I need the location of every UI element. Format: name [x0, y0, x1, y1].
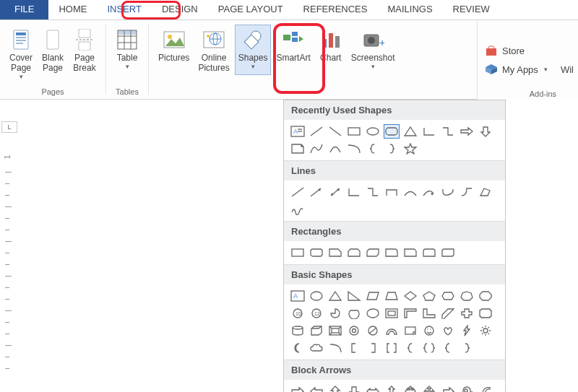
basic-lbracket[interactable]: [346, 341, 362, 355]
basic-decagon[interactable]: 10: [290, 306, 306, 321]
basic-frame[interactable]: [384, 306, 400, 321]
basic-half-frame[interactable]: [402, 306, 418, 321]
tab-design[interactable]: DESIGN: [152, 0, 208, 19]
basic-cross[interactable]: [459, 306, 475, 321]
basic-pie[interactable]: [327, 306, 343, 321]
rect-snip-diag[interactable]: [365, 245, 381, 260]
basic-octagon[interactable]: [478, 289, 493, 303]
line-curve[interactable]: [402, 185, 418, 199]
basic-right-triangle[interactable]: [346, 289, 362, 303]
table-button[interactable]: Table ▾: [112, 25, 142, 72]
basic-lbrace[interactable]: [440, 341, 456, 355]
basic-cloud[interactable]: [309, 341, 324, 355]
shape-triangle[interactable]: [402, 124, 418, 139]
tab-review[interactable]: REVIEW: [443, 0, 500, 19]
shape-right-arrow[interactable]: [459, 124, 475, 139]
wiki-label[interactable]: Wil: [561, 64, 574, 75]
line-double-arrow[interactable]: [327, 185, 343, 199]
basic-plaque[interactable]: [478, 306, 493, 321]
basic-chord[interactable]: [346, 306, 362, 321]
basic-moon[interactable]: [290, 341, 306, 355]
basic-sun[interactable]: [478, 323, 493, 338]
shape-line[interactable]: [309, 124, 324, 139]
tab-references[interactable]: REFERENCES: [293, 0, 378, 19]
basic-dblbrace[interactable]: [421, 341, 437, 355]
line-curved-arrow[interactable]: [421, 185, 437, 199]
basic-pentagon[interactable]: [421, 289, 437, 303]
screenshot-button[interactable]: + Screenshot ▾: [348, 25, 399, 75]
arrow-bent[interactable]: [440, 384, 456, 392]
rect-snip-same[interactable]: [346, 245, 362, 260]
tab-home[interactable]: HOME: [48, 0, 97, 19]
line-elbow-arrow[interactable]: [365, 185, 381, 199]
basic-lbrace2[interactable]: [402, 341, 418, 355]
line-straight[interactable]: [290, 185, 306, 199]
basic-lightning[interactable]: [459, 323, 475, 338]
basic-donut[interactable]: [346, 323, 362, 338]
arrow-down[interactable]: [346, 384, 362, 392]
basic-l-shape[interactable]: [421, 306, 437, 321]
blank-page-button[interactable]: BlankPage: [38, 25, 68, 82]
basic-rbrace[interactable]: [459, 341, 475, 355]
basic-diag-stripe[interactable]: [440, 306, 456, 321]
basic-folded[interactable]: [402, 323, 418, 338]
line-scribble[interactable]: [290, 202, 306, 217]
rect-round-same[interactable]: [421, 245, 437, 260]
rect-round-single[interactable]: [402, 245, 418, 260]
basic-teardrop[interactable]: [365, 306, 381, 321]
basic-parallelogram[interactable]: [365, 289, 381, 303]
ruler-corner[interactable]: L: [1, 121, 17, 133]
rect-plain[interactable]: [290, 245, 306, 260]
basic-diamond[interactable]: [402, 289, 418, 303]
basic-textbox[interactable]: A: [290, 289, 306, 303]
myapps-button[interactable]: My Apps▾ Wil: [485, 64, 578, 75]
shape-elbow-connector[interactable]: [440, 124, 456, 139]
shape-curve[interactable]: [309, 141, 324, 156]
pictures-button[interactable]: Pictures: [155, 25, 193, 75]
basic-arc2[interactable]: [327, 341, 343, 355]
rect-round-diag[interactable]: [440, 245, 456, 260]
basic-rbracket[interactable]: [365, 341, 381, 355]
shape-rectangle[interactable]: [346, 124, 362, 139]
shape-left-brace[interactable]: [365, 141, 381, 156]
arrow-right[interactable]: [290, 384, 306, 392]
arrow-updown[interactable]: [384, 384, 400, 392]
line-elbow-double[interactable]: [384, 185, 400, 199]
line-connect1[interactable]: [459, 185, 475, 199]
arrow-leftright[interactable]: [365, 384, 381, 392]
basic-block-arc[interactable]: [384, 323, 400, 338]
cover-page-button[interactable]: CoverPage ▾: [6, 25, 36, 82]
shape-right-brace[interactable]: [384, 141, 400, 156]
line-freeform[interactable]: [478, 185, 493, 199]
arrow-left[interactable]: [309, 384, 324, 392]
shape-line2[interactable]: [327, 124, 343, 139]
basic-dblbracket[interactable]: [384, 341, 400, 355]
rect-snip-round[interactable]: [384, 245, 400, 260]
basic-bevel[interactable]: [327, 323, 343, 338]
tab-page-layout[interactable]: PAGE LAYOUT: [208, 0, 293, 19]
shape-textbox[interactable]: A: [290, 124, 306, 139]
chart-button[interactable]: Chart: [316, 25, 346, 75]
basic-smiley[interactable]: [421, 323, 437, 338]
online-pictures-button[interactable]: OnlinePictures: [194, 25, 233, 75]
shape-star[interactable]: [402, 141, 418, 156]
arrow-curved-left[interactable]: [478, 384, 493, 392]
shape-arc2[interactable]: [346, 141, 362, 156]
store-button[interactable]: Store: [485, 45, 578, 56]
line-curved-double[interactable]: [440, 185, 456, 199]
rect-rounded[interactable]: [309, 245, 324, 260]
smartart-button[interactable]: SmartArt: [272, 25, 314, 75]
basic-heptagon[interactable]: [459, 289, 475, 303]
basic-oval[interactable]: [309, 289, 324, 303]
shape-arc[interactable]: [327, 141, 343, 156]
tab-insert[interactable]: INSERT: [97, 0, 151, 19]
shape-l-arrow-connector[interactable]: [421, 124, 437, 139]
basic-trapezoid[interactable]: [384, 289, 400, 303]
arrow-up[interactable]: [327, 384, 343, 392]
arrow-uturn[interactable]: [459, 384, 475, 392]
line-arrow[interactable]: [309, 185, 324, 199]
shape-oval[interactable]: [365, 124, 381, 139]
shape-rounded-rect[interactable]: [384, 124, 400, 139]
rect-snip-single[interactable]: [327, 245, 343, 260]
arrow-quad[interactable]: [402, 384, 418, 392]
